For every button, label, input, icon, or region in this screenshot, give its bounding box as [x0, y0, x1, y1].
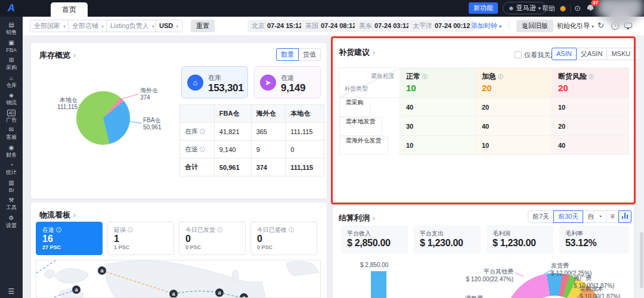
map-marker[interactable]: a — [72, 285, 80, 294]
replenish-title[interactable]: 补货建议 — [339, 47, 375, 58]
toggle-quantity[interactable]: 数量 — [276, 48, 299, 61]
sidebar-item-fba[interactable]: ▣FBA — [0, 39, 23, 54]
sidebar-item-service[interactable]: ✉客服 — [0, 126, 23, 141]
tab-asin[interactable]: ASIN — [552, 48, 577, 60]
currency-select[interactable]: USD — [155, 20, 182, 32]
qty-value-toggle: 数量 货值 — [276, 48, 321, 61]
info-icon — [589, 74, 594, 79]
view-toggle — [593, 210, 631, 223]
instock-stat-card[interactable]: ⌂ 在库 153,301 — [181, 66, 248, 98]
listing-owner-select[interactable]: Listing负责人 — [106, 20, 159, 32]
leader-line — [515, 272, 524, 277]
help-link[interactable]: 帮助 — [542, 4, 555, 13]
sidebar: ▤销售 ▣FBA ⊞采购 ⌂仓库 ◈物流 AD广告 ✉客服 ◉财务 ◔统计 ▥B… — [0, 17, 23, 298]
table-total-row: 合计 50,961374111,115 — [180, 159, 324, 176]
info-icon — [217, 227, 222, 232]
bar-view-icon[interactable] — [618, 210, 631, 223]
table-row: 在库 41,821365111,115 — [180, 123, 324, 141]
back-to-old-button[interactable]: 返回旧版 — [516, 20, 553, 32]
logistics-world-map[interactable]: a a a a a — [36, 260, 321, 298]
divider — [509, 21, 509, 30]
intransit-stat-card[interactable]: ➤ 在途 9,149 — [254, 66, 321, 98]
sidebar-item-ads[interactable]: AD广告 — [0, 110, 23, 123]
platform-select[interactable]: ☻亚马逊 — [503, 2, 546, 14]
profit-title[interactable]: 结算利润 — [339, 213, 375, 224]
gross-profit-card: 毛利润$ 1,230.00 — [487, 225, 553, 254]
donut-label-purchase-cost: 采购成本$ 10.00(1.87%) — [580, 285, 620, 298]
sidebar-item-warehouse[interactable]: ⌂仓库 — [0, 74, 23, 89]
collapse-sidebar-icon[interactable]: ☰ — [0, 287, 23, 296]
gross-margin-card: 毛利率53.12% — [559, 225, 629, 254]
sales-icon: ▤ — [8, 21, 14, 29]
warehouse-icon: ⌂ — [10, 74, 13, 82]
replenish-table: 紧急程度 补货类型 正常 10 加急 20 断货风险 20 需采购 40 — [339, 67, 629, 155]
inventory-title[interactable]: 库存概览 — [39, 50, 76, 61]
avatar[interactable]: ☻ — [558, 2, 568, 14]
range-7d[interactable]: 前7天 — [528, 210, 554, 223]
logistics-title[interactable]: 物流看板 — [39, 210, 76, 221]
logistics-card-intransit[interactable]: 在途 16 27 PSC — [36, 222, 103, 255]
logistics-card-received-today[interactable]: 今日已签收 0 0 PSC — [250, 222, 317, 255]
checkbox-icon[interactable] — [515, 51, 522, 58]
country-select[interactable]: 全部国家 — [30, 20, 70, 32]
platform-expense-card: 平台支出$ 1,230.00 — [414, 225, 481, 254]
leader-line — [120, 94, 139, 100]
sidebar-item-stats[interactable]: ◔统计 — [0, 162, 23, 176]
info-icon — [56, 227, 61, 232]
table-row: 在途 9,14090 — [180, 141, 324, 159]
info-icon — [498, 74, 503, 79]
reset-button[interactable]: 重置 — [191, 20, 215, 32]
logistics-board-card: 物流看板 在途 16 27 PSC 延误 1 1 PSC 今日已发货 0 0 P… — [31, 203, 327, 298]
clock-uk: 英国07-24 08:12 — [301, 20, 360, 32]
watch-only-checkbox[interactable]: 仅看我关注 — [515, 51, 557, 60]
ad-icon: AD — [7, 110, 16, 116]
tab-parent-asin[interactable]: 父ASIN — [576, 48, 608, 60]
store-select[interactable]: 全部店铺 — [68, 20, 108, 32]
donut-label-platform-other: 平台其他费$ 120.00(22.47%) — [431, 268, 513, 283]
inventory-overview-card: 库存概览 数量 货值 本地仓111,115 海外仓374 FBA仓50,961 … — [31, 43, 327, 198]
settlement-profit-card: 结算利润 前7天 前30天 自定义 平台收入$ 2,850.00 平台支出$ 1… — [333, 206, 634, 298]
table-row: 需采购 40 20 10 — [339, 98, 629, 117]
pie-label-overseas: 海外仓374 — [140, 87, 158, 101]
toggle-value[interactable]: 货值 — [298, 48, 321, 61]
replenish-card: 补货建议 仅看我关注 ASIN 父ASIN MSKU SKU 紧急程度 补货类型… — [333, 38, 634, 201]
bar-value-label: $ 2,850.00 — [360, 262, 388, 268]
sidebar-item-logistics[interactable]: ◈物流 — [0, 92, 23, 106]
sidebar-item-bi[interactable]: ▥BI — [0, 179, 23, 194]
donut-label-adjustment: 调整费 — [465, 294, 483, 298]
sidebar-item-purchase[interactable]: ⊞采购 — [0, 57, 23, 71]
notification-badge: 37 — [591, 0, 600, 6]
sidebar-item-settings[interactable]: ⚙设置 — [0, 215, 23, 229]
init-guide-dropdown[interactable]: 初始化引导 — [557, 21, 594, 30]
new-feature-button[interactable]: 新功能 — [469, 2, 498, 14]
col-stockout-header: 断货风险 20 — [552, 68, 629, 98]
divider — [570, 5, 571, 12]
sidebar-item-tools[interactable]: ⚒工具 — [0, 197, 23, 211]
list-view-icon[interactable] — [606, 210, 619, 223]
map-marker[interactable]: a — [215, 288, 224, 297]
pie-chart-icon: ◔ — [10, 162, 13, 169]
tab-home[interactable]: 首页 — [51, 2, 88, 17]
donut-view-icon[interactable] — [593, 210, 606, 223]
divider — [551, 21, 552, 30]
col-urgent-header: 加急 20 — [476, 68, 552, 98]
info-icon — [422, 74, 428, 79]
table-row: 需本地发货 30 40 20 — [339, 117, 629, 136]
inventory-table: FBA仓 海外仓 本地仓 在库 41,821365111,115 在途 9,14… — [179, 104, 324, 176]
history-clock-icon[interactable]: ⊙ — [574, 4, 581, 13]
table-header-row: FBA仓 海外仓 本地仓 — [180, 105, 324, 123]
blurred-account-avatar — [606, 10, 636, 26]
logistics-card-shipped-today[interactable]: 今日已发货 0 0 PSC — [179, 222, 246, 255]
income-bar[interactable] — [371, 271, 386, 298]
logistics-card-delayed[interactable]: 延误 1 1 PSC — [107, 222, 174, 255]
coin-icon: ◉ — [9, 144, 14, 151]
mail-icon: ✉ — [9, 126, 14, 134]
range-30d[interactable]: 前30天 — [553, 210, 583, 223]
sidebar-item-finance[interactable]: ◉财务 — [0, 144, 23, 159]
scrollbar-thumb[interactable] — [640, 232, 643, 288]
sidebar-item-sales[interactable]: ▤销售 — [0, 21, 23, 36]
map-marker[interactable]: a — [98, 266, 106, 275]
add-clock-link[interactable]: 添加时钟 — [471, 21, 501, 30]
tab-msku[interactable]: MSKU — [606, 48, 635, 60]
refresh-icon[interactable]: ↻ — [597, 21, 604, 30]
